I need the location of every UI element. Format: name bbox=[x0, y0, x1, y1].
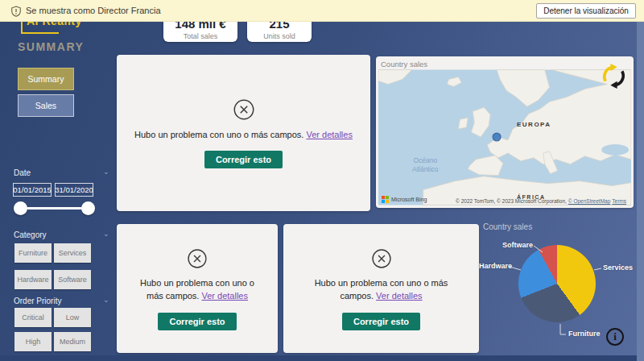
date-end-input[interactable]: 31/01/2020 bbox=[55, 183, 93, 197]
map-image bbox=[378, 69, 631, 205]
nav-summary-button[interactable]: Summary bbox=[18, 68, 74, 90]
page-title: SUMMARY bbox=[18, 40, 84, 53]
see-details-link[interactable]: Ver detalles bbox=[306, 130, 352, 139]
map-visual: Country sales EUROPA ÁFRICA Océano Atlán… bbox=[376, 56, 634, 208]
category-slicer-label: Category bbox=[14, 230, 47, 239]
priority-button-critical[interactable]: Critical bbox=[14, 308, 52, 327]
category-slicer-chevron-icon[interactable]: ⌄ bbox=[103, 230, 109, 238]
date-slider-handle-end[interactable] bbox=[81, 201, 95, 215]
map-attribution: © 2022 TomTom, © 2023 Microsoft Corporat… bbox=[456, 198, 628, 204]
error-panel-right: Hubo un problema con uno o más campos. V… bbox=[283, 224, 479, 353]
priority-slicer-label: Order Priority bbox=[14, 297, 61, 305]
priority-button-low[interactable]: Low bbox=[54, 308, 91, 327]
priority-button-high[interactable]: High bbox=[14, 332, 52, 351]
loading-spinner-icon bbox=[601, 63, 627, 89]
see-details-link[interactable]: Ver detalles bbox=[376, 291, 422, 301]
nav-sales-button[interactable]: Sales bbox=[18, 94, 74, 117]
stop-view-as-button[interactable]: Detener la visualización bbox=[536, 3, 636, 19]
error-circle-x-icon bbox=[370, 247, 393, 270]
error-circle-x-icon bbox=[232, 98, 256, 122]
error-panel-left: Hubo un problema con uno o más campos. V… bbox=[117, 224, 278, 353]
priority-button-medium[interactable]: Medium bbox=[54, 332, 91, 351]
map-label-europa: EUROPA bbox=[517, 121, 551, 128]
date-start-input[interactable]: 01/01/2015 bbox=[13, 183, 52, 197]
category-button-hardware[interactable]: Hardware bbox=[14, 270, 52, 289]
map-label-ocean: Océano Atlántico bbox=[412, 156, 439, 174]
kpi-units-sold-label: Units sold bbox=[247, 32, 312, 40]
map-canvas[interactable]: EUROPA ÁFRICA Océano Atlántico Microsoft… bbox=[378, 69, 631, 205]
canvas-bottom-edge bbox=[0, 355, 637, 361]
category-button-furniture[interactable]: Furniture bbox=[14, 243, 52, 263]
view-as-shield-icon bbox=[10, 6, 22, 17]
bing-logo: Microsoft Bing bbox=[382, 196, 427, 203]
date-slider-handle-start[interactable] bbox=[14, 201, 27, 215]
view-as-banner: Se muestra como Director Francia Detener… bbox=[0, 0, 644, 22]
date-slicer-label: Date bbox=[14, 168, 31, 177]
map-visual-title: Country sales bbox=[381, 60, 427, 68]
category-button-software[interactable]: Software bbox=[54, 270, 91, 289]
fix-this-button[interactable]: Corregir esto bbox=[158, 313, 236, 330]
osm-link[interactable]: © OpenStreetMap bbox=[568, 198, 610, 204]
pie-label-software: Software bbox=[499, 241, 533, 249]
see-details-link[interactable]: Ver detalles bbox=[202, 291, 248, 301]
pie-label-furniture: Furniture bbox=[568, 330, 601, 338]
banner-message: Se muestra como Director Francia bbox=[26, 6, 161, 15]
category-button-services[interactable]: Services bbox=[54, 243, 91, 263]
priority-slicer-chevron-icon[interactable]: ⌄ bbox=[103, 296, 109, 304]
fix-this-button[interactable]: Corregir esto bbox=[204, 151, 283, 168]
error-message: Hubo un problema con uno o más campos. bbox=[134, 130, 303, 139]
error-circle-x-icon bbox=[186, 247, 208, 270]
date-slicer-chevron-icon[interactable]: ⌄ bbox=[103, 168, 109, 176]
kpi-total-sales-label: Total sales bbox=[163, 32, 237, 40]
terms-link[interactable]: Terms bbox=[612, 198, 626, 204]
pie-label-hardware: Hardware bbox=[479, 262, 508, 270]
fix-this-button[interactable]: Corregir esto bbox=[342, 313, 420, 330]
pie-label-services: Services bbox=[603, 263, 633, 272]
info-icon[interactable]: i bbox=[606, 328, 624, 346]
date-slider-track bbox=[20, 207, 89, 210]
error-panel-main: Hubo un problema con uno o más campos. V… bbox=[117, 55, 370, 211]
microsoft-logo-icon bbox=[382, 196, 389, 203]
